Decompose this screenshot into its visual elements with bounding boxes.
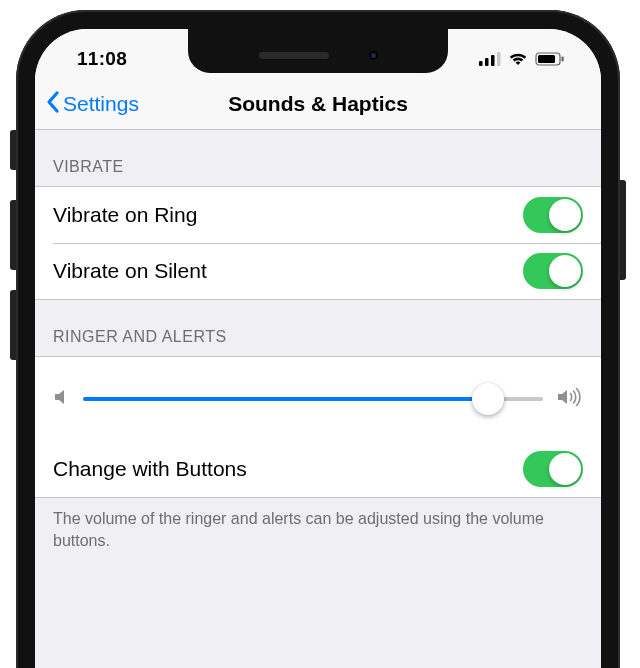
row-vibrate-on-ring[interactable]: Vibrate on Ring xyxy=(35,187,601,243)
toggle-vibrate-on-ring[interactable] xyxy=(523,197,583,233)
chevron-left-icon xyxy=(45,90,61,119)
svg-rect-1 xyxy=(485,58,489,66)
svg-rect-2 xyxy=(491,55,495,66)
slider-thumb[interactable] xyxy=(472,383,504,415)
label-change-with-buttons: Change with Buttons xyxy=(53,457,247,481)
notch xyxy=(198,37,438,73)
page-title: Sounds & Haptics xyxy=(228,92,408,116)
nav-bar: Settings Sounds & Haptics xyxy=(35,79,601,130)
toggle-vibrate-on-silent[interactable] xyxy=(523,253,583,289)
row-vibrate-on-silent[interactable]: Vibrate on Silent xyxy=(35,243,601,299)
row-change-with-buttons[interactable]: Change with Buttons xyxy=(35,441,601,497)
section-header-ringer: RINGER AND ALERTS xyxy=(35,300,601,356)
cellular-signal-icon xyxy=(479,52,501,66)
svg-rect-5 xyxy=(538,55,555,63)
volume-low-icon xyxy=(53,388,69,410)
volume-high-icon xyxy=(557,387,583,411)
settings-content: VIBRATE Vibrate on Ring Vibrate on Silen… xyxy=(35,130,601,569)
volume-up-physical xyxy=(10,200,16,270)
back-button[interactable]: Settings xyxy=(45,79,139,129)
group-vibrate: Vibrate on Ring Vibrate on Silent xyxy=(35,186,601,300)
label-vibrate-on-silent: Vibrate on Silent xyxy=(53,259,207,283)
side-button-physical xyxy=(620,180,626,280)
screen: 11:08 xyxy=(35,29,601,668)
section-header-vibrate: VIBRATE xyxy=(35,130,601,186)
ringer-volume-slider[interactable] xyxy=(83,383,543,415)
toggle-change-with-buttons[interactable] xyxy=(523,451,583,487)
svg-rect-0 xyxy=(479,61,483,66)
battery-icon xyxy=(535,52,565,66)
back-label: Settings xyxy=(63,92,139,116)
status-time: 11:08 xyxy=(77,48,127,70)
row-ringer-volume-slider[interactable] xyxy=(35,357,601,441)
status-icons xyxy=(479,52,565,66)
group-ringer: Change with Buttons xyxy=(35,356,601,498)
front-camera xyxy=(369,51,378,60)
label-vibrate-on-ring: Vibrate on Ring xyxy=(53,203,197,227)
earpiece-speaker xyxy=(259,52,329,59)
mute-switch-physical xyxy=(10,130,16,170)
phone-frame: 11:08 xyxy=(16,10,620,668)
svg-rect-3 xyxy=(497,52,501,66)
section-footer-ringer: The volume of the ringer and alerts can … xyxy=(35,498,601,569)
volume-down-physical xyxy=(10,290,16,360)
wifi-icon xyxy=(508,52,528,66)
svg-rect-6 xyxy=(562,57,564,62)
